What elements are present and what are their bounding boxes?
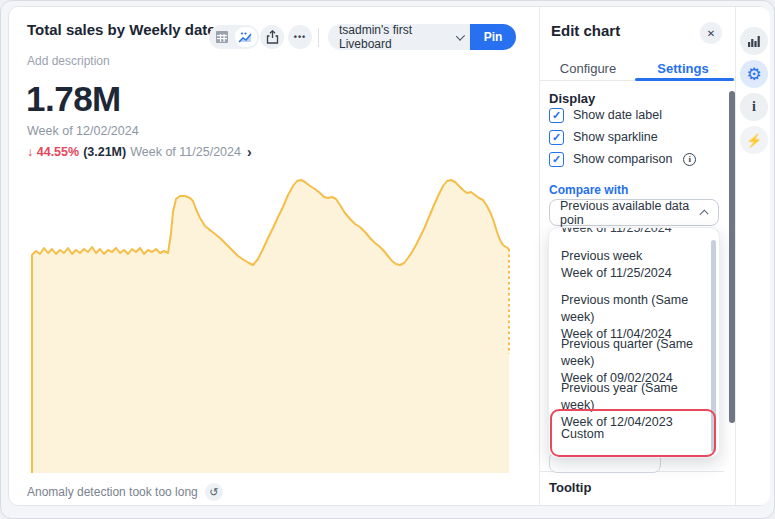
gear-icon: ⚙	[746, 66, 761, 83]
info-glyph: i	[689, 154, 692, 164]
option-title: Previous quarter (Same week)	[561, 336, 709, 370]
pin-button-label: Pin	[484, 30, 503, 44]
settings-button[interactable]: ⚙	[740, 60, 768, 88]
chevron-down-icon	[456, 31, 465, 40]
tab-settings[interactable]: Settings	[639, 57, 727, 79]
kpi-comparison-row[interactable]: ↓ 44.55% (3.21M) Week of 11/25/2024 ›	[27, 144, 252, 160]
add-description-link[interactable]: Add description	[27, 54, 110, 68]
chart-view-button[interactable]	[235, 27, 258, 47]
display-section-heading: Display	[549, 91, 595, 106]
retry-button[interactable]: ↺	[205, 483, 223, 501]
close-icon: ✕	[707, 28, 715, 39]
compare-with-label[interactable]: Compare with	[549, 183, 628, 197]
active-tab-underline	[635, 78, 734, 81]
option-title: Previous month (Same week)	[561, 292, 709, 326]
lightning-icon: ⚡	[746, 133, 762, 148]
clipped-option-text: Week of 11/25/2024	[549, 228, 709, 235]
tab-configure-label: Configure	[560, 61, 616, 76]
chart-title: Total sales by Weekly date	[27, 21, 216, 38]
info-button[interactable]: i	[740, 93, 768, 121]
checkbox-label: Show sparkline	[573, 130, 658, 144]
comparison-period: Week of 11/25/2024	[130, 145, 241, 159]
kpi-visualization-card: Total sales by Weekly date Add descripti…	[8, 6, 769, 506]
option-previous-week[interactable]: Previous week Week of 11/25/2024	[549, 248, 709, 282]
pin-button[interactable]: Pin	[470, 24, 516, 50]
change-absolute: (3.21M)	[83, 145, 126, 159]
dropdown-scrollbar[interactable]	[711, 240, 716, 452]
option-title: Previous year (Same week)	[561, 380, 709, 414]
check-icon: ✓	[552, 110, 561, 121]
option-custom[interactable]: Custom	[549, 426, 709, 443]
checkbox-show-date-label[interactable]: ✓ Show date label	[549, 107, 662, 123]
checkbox-show-comparison[interactable]: ✓ Show comparison i	[549, 151, 696, 167]
sparkline-area	[32, 180, 509, 473]
anomaly-message: Anomaly detection took too long	[27, 485, 198, 499]
panel-scrollbar[interactable]	[729, 91, 735, 423]
option-subtitle: Week of 11/25/2024	[561, 265, 709, 282]
dropdown-clipped-option[interactable]: Week of 11/25/2024	[549, 228, 709, 241]
option-title: Custom	[561, 426, 709, 443]
close-panel-button[interactable]: ✕	[700, 22, 722, 44]
table-view-button[interactable]	[211, 27, 234, 47]
viz-type-toggle	[209, 25, 259, 49]
check-icon: ✓	[552, 132, 561, 143]
checkbox-checked-icon[interactable]: ✓	[549, 130, 564, 145]
more-options-button[interactable]: •••	[288, 25, 312, 49]
sparkline-chart	[9, 162, 539, 482]
table-icon	[215, 30, 229, 44]
check-icon: ✓	[552, 154, 561, 165]
edit-chart-panel: Edit chart ✕ Configure Settings Display …	[539, 7, 735, 505]
spotiq-button[interactable]: ⚡	[740, 126, 768, 154]
bar-chart-icon	[747, 35, 761, 48]
tooltip-section-heading: Tooltip	[549, 480, 591, 495]
option-title: Previous week	[561, 248, 709, 265]
right-icon-rail: ⚙ i ⚡	[735, 7, 770, 505]
chart-options-button[interactable]	[740, 27, 768, 55]
info-icon: i	[752, 99, 756, 115]
tab-configure[interactable]: Configure	[552, 57, 624, 79]
app-frame: Total sales by Weekly date Add descripti…	[0, 0, 775, 519]
checkbox-label: Show comparison	[573, 152, 672, 166]
refresh-icon: ↺	[209, 486, 218, 499]
compare-with-select[interactable]: Previous available data poin	[549, 199, 719, 226]
tab-settings-label: Settings	[657, 61, 708, 76]
ellipsis-icon: •••	[294, 32, 306, 42]
panel-title: Edit chart	[551, 22, 620, 39]
kpi-period-label: Week of 12/02/2024	[27, 124, 139, 138]
share-button[interactable]	[260, 25, 284, 49]
checkbox-checked-icon[interactable]: ✓	[549, 108, 564, 123]
liveboard-selector-label: tsadmin's first Liveboard	[339, 23, 450, 51]
change-percent: ↓ 44.55%	[27, 145, 79, 159]
anomaly-status-row: Anomaly detection took too long ↺	[27, 483, 223, 501]
checkbox-checked-icon[interactable]: ✓	[549, 152, 564, 167]
compare-with-dropdown: Week of 11/25/2024 Previous week Week of…	[548, 227, 720, 458]
checkbox-label: Show date label	[573, 108, 662, 122]
chevron-right-icon: ›	[247, 144, 252, 160]
liveboard-selector[interactable]: tsadmin's first Liveboard	[328, 24, 470, 50]
kpi-value: 1.78M	[26, 79, 121, 119]
info-icon[interactable]: i	[683, 153, 696, 166]
compare-with-selected-value: Previous available data poin	[560, 199, 702, 227]
checkbox-show-sparkline[interactable]: ✓ Show sparkline	[549, 129, 658, 145]
share-icon	[266, 30, 279, 44]
toolbar-divider	[318, 28, 319, 47]
sparkline-chart-icon	[238, 31, 253, 44]
option-previous-year[interactable]: Previous year (Same week) Week of 12/04/…	[549, 380, 709, 431]
